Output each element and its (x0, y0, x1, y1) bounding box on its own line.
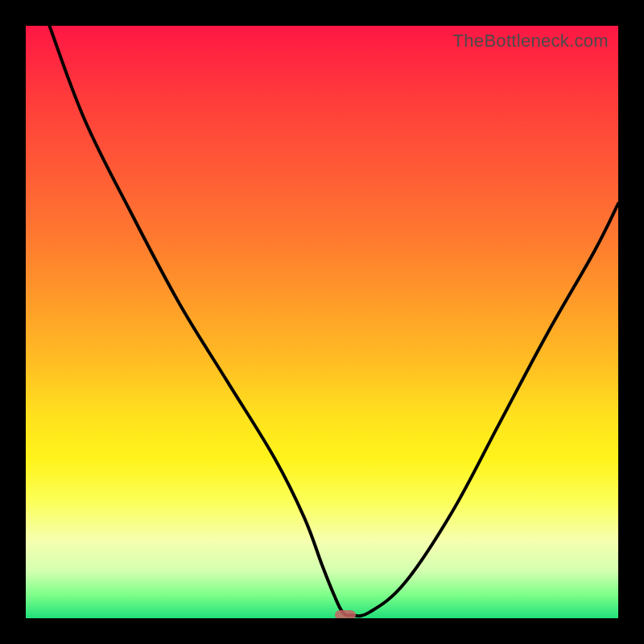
plot-area: TheBottleneck.com (26, 26, 618, 618)
series-curve (26, 26, 618, 618)
watermark-label: TheBottleneck.com (453, 31, 609, 52)
minimum-marker (335, 610, 356, 618)
chart-frame: TheBottleneck.com (0, 0, 644, 644)
